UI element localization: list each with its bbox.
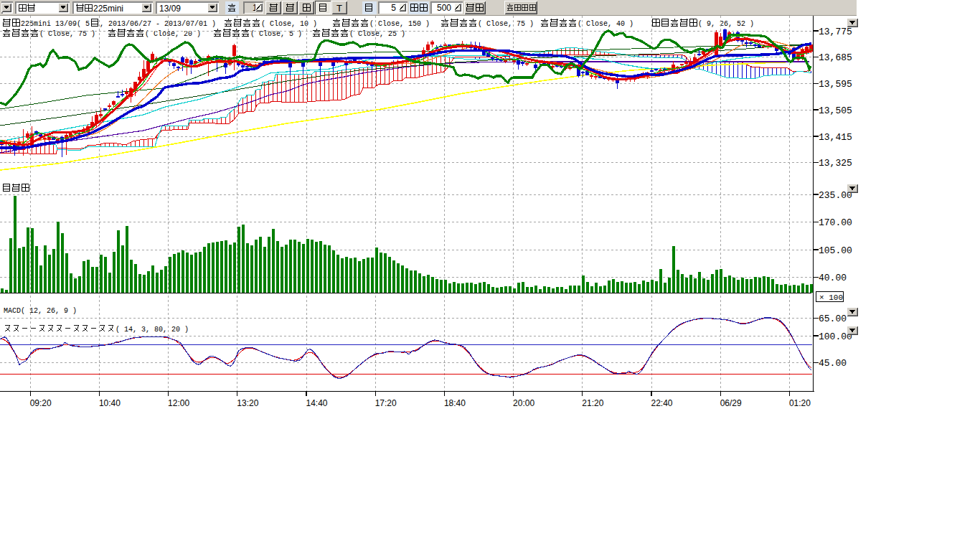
svg-text:( Close, 10 ): ( Close, 10 )	[261, 20, 317, 28]
svg-text:( Close, 150 ): ( Close, 150 )	[369, 20, 430, 28]
svg-text:5: 5	[391, 3, 396, 13]
svg-text:( Close, 5 ): ( Close, 5 )	[250, 30, 302, 38]
svg-text:12:00: 12:00	[168, 398, 189, 408]
svg-text:13,595: 13,595	[819, 79, 852, 90]
svg-text:( Close, 40 ): ( Close, 40 )	[578, 20, 633, 28]
svg-text:× 100: × 100	[819, 293, 843, 302]
svg-text:22:40: 22:40	[651, 398, 673, 408]
svg-text:13,325: 13,325	[819, 158, 852, 169]
svg-text:500: 500	[437, 3, 451, 13]
svg-text:( Close, 75 ): ( Close, 75 )	[478, 20, 534, 28]
svg-text:, 2013/06/27 - 2013/07/01 ): , 2013/06/27 - 2013/07/01 )	[100, 20, 216, 28]
svg-text:17:20: 17:20	[375, 398, 397, 408]
svg-text:13,415: 13,415	[819, 132, 852, 143]
svg-text:225mini: 225mini	[93, 4, 123, 14]
svg-text:13:20: 13:20	[237, 398, 258, 408]
svg-text:14:40: 14:40	[306, 398, 328, 408]
svg-text:13,775: 13,775	[819, 27, 852, 37]
svg-text:T: T	[336, 3, 342, 14]
svg-text:06/29: 06/29	[720, 398, 742, 408]
svg-text:( 14, 3, 80, 20 ): ( 14, 3, 80, 20 )	[116, 326, 189, 334]
svg-text:( Close, 25 ): ( Close, 25 )	[349, 30, 405, 38]
svg-text:21:20: 21:20	[582, 398, 603, 408]
svg-text:65.00: 65.00	[819, 314, 847, 324]
svg-text:13,685: 13,685	[819, 52, 852, 63]
svg-text:170.00: 170.00	[819, 217, 852, 228]
svg-text:225mini 13/09( 5: 225mini 13/09( 5	[21, 20, 90, 28]
svg-text:18:40: 18:40	[444, 398, 466, 408]
svg-text:40.00: 40.00	[819, 273, 847, 283]
svg-text:01:20: 01:20	[789, 398, 811, 408]
svg-text:20:00: 20:00	[513, 398, 534, 408]
svg-text:45.00: 45.00	[819, 358, 847, 369]
svg-text:13,505: 13,505	[819, 105, 852, 116]
svg-text:10:40: 10:40	[99, 398, 121, 408]
svg-text:105.00: 105.00	[819, 245, 852, 256]
svg-text:13/09: 13/09	[159, 4, 181, 14]
svg-text:( Close, 75 ): ( Close, 75 )	[39, 30, 95, 38]
svg-text:MACD( 12, 26, 9 ): MACD( 12, 26, 9 )	[4, 307, 77, 315]
svg-text:( 9, 26, 52 ): ( 9, 26, 52 )	[698, 20, 754, 28]
svg-text:09:20: 09:20	[30, 398, 52, 408]
svg-text:( Close, 20 ): ( Close, 20 )	[145, 30, 201, 38]
